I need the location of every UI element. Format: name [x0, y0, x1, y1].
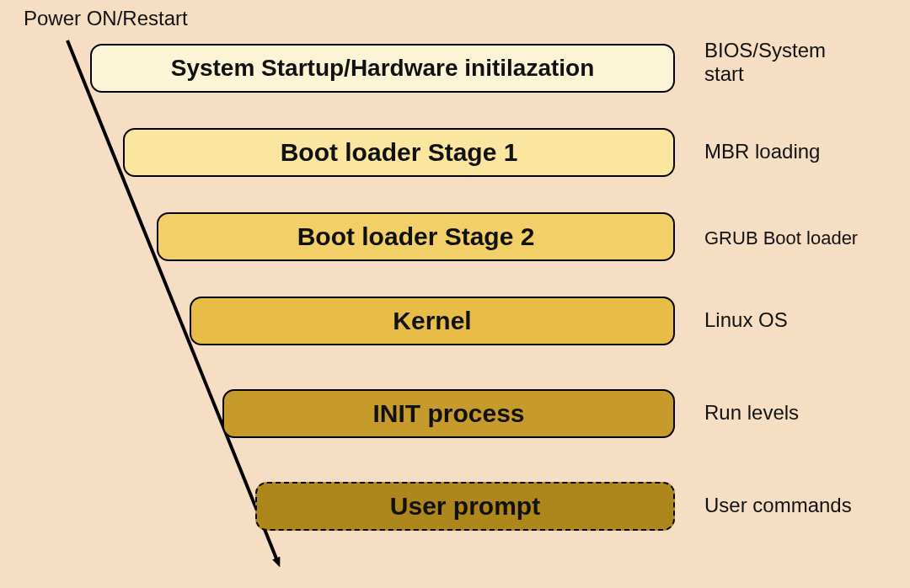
stage-desc-runlevels: Run levels	[704, 401, 799, 425]
stage-box-system-startup: System Startup/Hardware initilazation	[90, 44, 675, 93]
stage-box-init: INIT process	[222, 389, 675, 438]
boot-sequence-diagram: Power ON/Restart System Startup/Hardware…	[0, 0, 910, 588]
stage-title: System Startup/Hardware initilazation	[171, 55, 595, 82]
stage-box-kernel: Kernel	[190, 297, 675, 345]
stage-desc-bios: BIOS/Systemstart	[704, 39, 826, 85]
stage-title: Boot loader Stage 1	[281, 138, 518, 167]
stage-desc-mbr: MBR loading	[704, 140, 820, 163]
stage-desc-grub: GRUB Boot loader	[704, 227, 858, 249]
stage-title: User prompt	[390, 492, 540, 521]
stage-title: INIT process	[372, 399, 524, 428]
stage-title: Boot loader Stage 2	[297, 222, 535, 251]
stage-box-user-prompt: User prompt	[255, 482, 675, 531]
stage-box-bootloader-2: Boot loader Stage 2	[157, 212, 675, 261]
stage-box-bootloader-1: Boot loader Stage 1	[123, 128, 675, 177]
stage-title: Kernel	[393, 307, 471, 335]
power-on-label: Power ON/Restart	[24, 7, 188, 30]
stage-desc-linux: Linux OS	[704, 308, 788, 332]
stage-desc-user-commands: User commands	[704, 494, 852, 517]
